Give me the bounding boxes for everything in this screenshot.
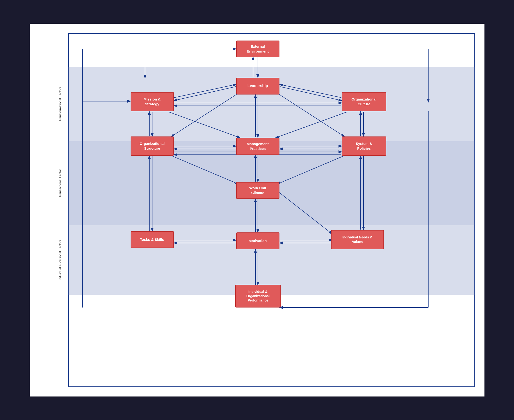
box-performance: Individual &OrganizationalPerformance (235, 285, 281, 308)
box-climate: Work UnitClimate (236, 182, 279, 199)
box-structure: OrganizationalStructure (130, 136, 174, 156)
svg-line-6 (280, 87, 341, 100)
svg-line-27 (276, 112, 347, 138)
svg-line-28 (171, 93, 238, 136)
diagram-area: Transformational Factors Transactional F… (54, 33, 475, 387)
box-culture: OrganizationalCulture (342, 92, 386, 111)
box-individual-needs: Individual Needs &Values (331, 230, 384, 249)
box-motivation: Motivation (236, 232, 279, 249)
svg-line-26 (169, 112, 240, 138)
box-external: ExternalEnvironment (236, 41, 279, 57)
diagram-canvas: Transformational Factors Transactional F… (29, 23, 485, 397)
svg-line-24 (171, 156, 238, 184)
svg-line-29 (277, 93, 344, 136)
svg-line-4 (174, 87, 236, 100)
svg-line-36 (277, 191, 332, 234)
box-leadership: Leadership (236, 78, 279, 95)
box-tasks: Tasks & Skills (130, 231, 174, 248)
box-systems: System &Policies (342, 136, 386, 156)
svg-line-25 (277, 156, 344, 184)
box-mission: Mission &Strategy (130, 92, 174, 111)
box-management: ManagementPractices (236, 138, 279, 155)
svg-line-5 (174, 84, 236, 98)
svg-line-7 (280, 84, 341, 98)
